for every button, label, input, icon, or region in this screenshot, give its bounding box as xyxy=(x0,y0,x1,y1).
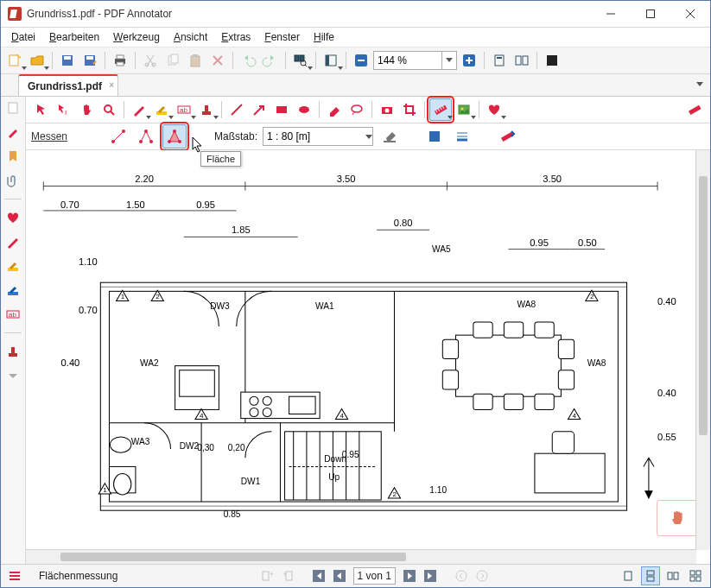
marquee-zoom-tool[interactable] xyxy=(98,99,119,120)
image-tool[interactable] xyxy=(454,99,474,120)
select-text-tool[interactable]: I xyxy=(54,99,74,120)
zoom-input[interactable] xyxy=(374,54,441,66)
layout-single-button[interactable] xyxy=(619,566,638,585)
redo-button[interactable] xyxy=(260,50,281,71)
horizontal-scrollbar[interactable] xyxy=(26,549,696,564)
crop-tool[interactable] xyxy=(399,99,420,120)
print-button[interactable] xyxy=(110,50,130,71)
maximize-button[interactable] xyxy=(631,1,670,27)
measure-tool[interactable] xyxy=(429,98,452,121)
layout-continuous-button[interactable] xyxy=(641,566,660,585)
svg-rect-175 xyxy=(625,572,632,580)
measure-distance-button[interactable] xyxy=(107,125,130,148)
stamp-icon[interactable] xyxy=(5,344,21,359)
cut-button[interactable] xyxy=(140,50,161,71)
menu-fenster[interactable]: Fenster xyxy=(259,29,305,45)
insert-page-before-button[interactable]: + xyxy=(258,567,276,585)
menu-hilfe[interactable]: Hilfe xyxy=(308,29,340,45)
select-tool[interactable] xyxy=(31,99,52,120)
line-tool[interactable] xyxy=(226,99,247,120)
save-as-button[interactable] xyxy=(79,50,100,71)
scale-input[interactable] xyxy=(263,130,365,142)
measure-perimeter-button[interactable] xyxy=(135,125,157,148)
tool-dropdown-icon[interactable] xyxy=(5,368,21,383)
sidebar-toggle-button[interactable] xyxy=(321,50,341,71)
fullscreen-button[interactable] xyxy=(542,50,562,71)
measure-area-button[interactable] xyxy=(162,124,187,149)
highlighter-yellow-icon[interactable] xyxy=(5,258,21,274)
eraser-tool[interactable] xyxy=(324,99,345,120)
menu-bearbeiten[interactable]: Bearbeiten xyxy=(44,29,105,45)
nav-forward-button[interactable] xyxy=(473,567,491,585)
measure-erase-button[interactable] xyxy=(496,125,518,148)
nav-back-button[interactable] xyxy=(453,567,470,585)
lasso-tool[interactable] xyxy=(346,99,367,120)
svg-point-45 xyxy=(299,106,309,113)
first-page-button[interactable] xyxy=(310,567,327,585)
zoom-in-button[interactable] xyxy=(459,50,479,71)
camera-tool[interactable] xyxy=(377,99,397,120)
close-button[interactable] xyxy=(670,1,710,27)
paste-button[interactable] xyxy=(185,50,206,71)
scale-combo[interactable] xyxy=(263,127,373,146)
page-indicator[interactable]: 1 von 1 xyxy=(353,567,396,585)
tab-grundriss1[interactable]: Grundriss1.pdf × xyxy=(18,74,118,96)
arrow-tool[interactable] xyxy=(249,99,270,120)
text-tool-icon[interactable]: ab xyxy=(5,307,21,322)
red-pen-icon[interactable] xyxy=(5,234,21,250)
menu-werkzeug[interactable]: Werkzeug xyxy=(108,29,165,45)
layout-twoup-continuous-button[interactable] xyxy=(686,566,705,585)
menu-extras[interactable]: Extras xyxy=(216,29,256,45)
svg-text:0.70: 0.70 xyxy=(79,305,98,315)
undo-button[interactable] xyxy=(238,50,258,71)
tab-overflow-button[interactable] xyxy=(693,78,707,92)
stamp-tool[interactable] xyxy=(196,99,217,120)
pen-tool[interactable] xyxy=(129,99,149,120)
next-page-button[interactable] xyxy=(401,567,418,585)
minimize-button[interactable] xyxy=(591,1,631,27)
menu-datei[interactable]: Datei xyxy=(6,29,41,45)
open-button[interactable] xyxy=(27,50,48,71)
zoom-combo[interactable] xyxy=(373,51,457,70)
svg-text:+: + xyxy=(270,570,274,579)
textbox-tool[interactable]: ab xyxy=(174,99,194,120)
svg-rect-179 xyxy=(674,572,678,579)
svg-text:2: 2 xyxy=(156,293,160,300)
document-view[interactable]: 2.20 3.50 3.50 0.70 1.50 0.95 1.85 0.80 … xyxy=(26,150,710,564)
color-button[interactable] xyxy=(423,125,446,148)
ellipse-tool[interactable] xyxy=(294,99,314,120)
favorites-tool[interactable] xyxy=(484,99,505,120)
bookmark-icon[interactable] xyxy=(5,149,21,164)
chevron-down-icon[interactable] xyxy=(365,130,372,142)
menu-ansicht[interactable]: Ansicht xyxy=(168,29,213,45)
single-page-button[interactable] xyxy=(489,50,510,71)
annotation-pen-icon[interactable] xyxy=(5,124,21,140)
insert-page-after-button[interactable]: + xyxy=(279,567,296,585)
layout-twoup-button[interactable] xyxy=(663,566,682,585)
attachment-icon[interactable] xyxy=(5,173,21,188)
annotation-list-icon[interactable] xyxy=(6,567,23,585)
scale-settings-button[interactable] xyxy=(378,125,401,148)
svg-rect-12 xyxy=(171,54,178,63)
marker-tool[interactable] xyxy=(151,99,172,120)
search-button[interactable] xyxy=(290,50,311,71)
highlighter-cyan-icon[interactable] xyxy=(5,282,21,298)
svg-rect-3 xyxy=(64,56,71,60)
page-icon[interactable] xyxy=(5,100,21,116)
save-button[interactable] xyxy=(57,50,78,71)
last-page-button[interactable] xyxy=(422,567,439,585)
zoom-out-button[interactable] xyxy=(351,50,371,71)
new-button[interactable] xyxy=(4,50,25,71)
chevron-down-icon[interactable] xyxy=(441,52,456,69)
prev-page-button[interactable] xyxy=(331,567,348,585)
svg-rect-35 xyxy=(9,353,17,357)
vertical-scrollbar[interactable] xyxy=(695,150,710,550)
stroke-width-button[interactable] xyxy=(451,125,473,148)
two-page-button[interactable] xyxy=(511,50,532,71)
copy-button[interactable] xyxy=(162,50,183,71)
rectangle-tool[interactable] xyxy=(271,99,292,120)
pan-tool[interactable] xyxy=(76,99,97,120)
heart-icon[interactable] xyxy=(5,210,21,225)
tab-close-icon[interactable]: × xyxy=(109,80,114,90)
delete-button[interactable] xyxy=(207,50,228,71)
